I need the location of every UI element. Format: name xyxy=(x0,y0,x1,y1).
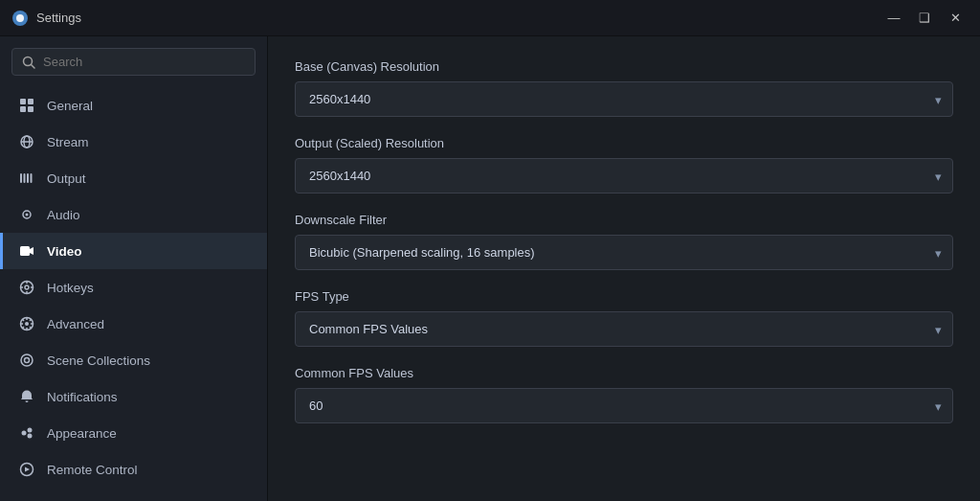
window-title: Settings xyxy=(36,11,81,25)
window-controls: — ❑ ✕ xyxy=(880,8,969,29)
svg-rect-14 xyxy=(31,173,33,183)
svg-point-37 xyxy=(22,431,27,436)
close-button[interactable]: ✕ xyxy=(942,8,969,29)
svg-line-34 xyxy=(22,327,24,329)
sidebar-item-label: Remote Control xyxy=(47,463,138,477)
bell-icon xyxy=(18,388,35,405)
sidebar-item-advanced[interactable]: Advanced xyxy=(0,306,267,342)
select-fps-type[interactable]: Common FPS ValuesInteger FPS ValueFracti… xyxy=(295,311,953,347)
select-wrapper-downscale-filter: Bicubic (Sharpened scaling, 16 samples)B… xyxy=(295,235,953,270)
content-area: Base (Canvas) Resolution2560x14401920x10… xyxy=(268,36,980,501)
search-input[interactable] xyxy=(43,55,245,69)
sidebar-item-video[interactable]: Video xyxy=(0,233,267,269)
appearance-icon xyxy=(18,424,35,442)
sidebar-item-label: Audio xyxy=(47,208,80,222)
search-icon xyxy=(22,56,35,69)
svg-rect-17 xyxy=(20,246,30,256)
advanced-icon xyxy=(18,315,35,332)
field-label-output-resolution: Output (Scaled) Resolution xyxy=(295,136,953,150)
field-group-output-resolution: Output (Scaled) Resolution2560x14401920x… xyxy=(295,136,953,194)
sidebar-item-hotkeys[interactable]: Hotkeys xyxy=(0,269,267,306)
svg-point-35 xyxy=(21,354,33,366)
output-icon xyxy=(18,170,35,187)
sidebar-item-audio[interactable]: Audio xyxy=(0,196,267,233)
remote-icon xyxy=(18,461,35,478)
gear-icon xyxy=(18,279,35,296)
field-group-base-resolution: Base (Canvas) Resolution2560x14401920x10… xyxy=(295,59,953,117)
field-group-fps-type: FPS TypeCommon FPS ValuesInteger FPS Val… xyxy=(295,289,953,347)
svg-point-20 xyxy=(25,285,29,289)
sidebar-item-general[interactable]: General xyxy=(0,87,267,124)
select-common-fps[interactable]: 242529.9730485059.9460 xyxy=(295,388,953,423)
select-wrapper-base-resolution: 2560x14401920x10801280x7203840x2160▾ xyxy=(295,81,953,117)
svg-point-26 xyxy=(25,322,29,326)
svg-point-38 xyxy=(28,428,33,433)
field-label-base-resolution: Base (Canvas) Resolution xyxy=(295,59,953,74)
select-wrapper-fps-type: Common FPS ValuesInteger FPS ValueFracti… xyxy=(295,311,953,347)
svg-rect-7 xyxy=(28,106,33,112)
svg-line-3 xyxy=(32,64,35,68)
main-layout: General Stream Output Audio Video Hotkey… xyxy=(0,36,980,501)
field-label-common-fps: Common FPS Values xyxy=(295,366,953,380)
select-downscale-filter[interactable]: Bicubic (Sharpened scaling, 16 samples)B… xyxy=(295,235,953,270)
sidebar-item-label: General xyxy=(47,99,93,113)
sidebar-item-label: Notifications xyxy=(47,390,118,404)
sidebar-item-label: Video xyxy=(47,244,82,259)
fields-container: Base (Canvas) Resolution2560x14401920x10… xyxy=(295,59,953,423)
svg-point-39 xyxy=(28,434,33,439)
svg-marker-18 xyxy=(30,247,33,255)
title-bar-left: Settings xyxy=(11,10,81,27)
scene-icon xyxy=(18,352,35,369)
svg-rect-4 xyxy=(20,99,26,104)
sidebar-item-scene-collections[interactable]: Scene Collections xyxy=(0,342,267,378)
field-group-common-fps: Common FPS Values242529.9730485059.9460▾ xyxy=(295,366,953,423)
svg-rect-6 xyxy=(20,106,26,112)
sidebar-item-label: Advanced xyxy=(47,317,104,331)
maximize-button[interactable]: ❑ xyxy=(911,8,938,29)
sidebar-item-output[interactable]: Output xyxy=(0,160,267,196)
minimize-button[interactable]: — xyxy=(880,8,907,29)
select-wrapper-common-fps: 242529.9730485059.9460▾ xyxy=(295,388,953,423)
sidebar-item-label: Output xyxy=(47,171,86,186)
nav-list: General Stream Output Audio Video Hotkey… xyxy=(0,87,267,488)
svg-point-1 xyxy=(16,14,24,22)
sidebar-item-label: Appearance xyxy=(47,426,117,441)
sidebar-item-stream[interactable]: Stream xyxy=(0,124,267,160)
field-group-downscale-filter: Downscale FilterBicubic (Sharpened scali… xyxy=(295,213,953,270)
svg-rect-5 xyxy=(28,99,33,104)
sidebar-item-appearance[interactable]: Appearance xyxy=(0,415,267,451)
app-icon xyxy=(11,10,29,27)
select-base-resolution[interactable]: 2560x14401920x10801280x7203840x2160 xyxy=(295,81,953,117)
svg-rect-12 xyxy=(24,173,26,183)
video-icon xyxy=(18,242,35,260)
svg-rect-13 xyxy=(27,173,29,183)
sidebar-item-label: Hotkeys xyxy=(47,281,94,295)
sidebar-item-label: Scene Collections xyxy=(47,353,150,368)
select-output-resolution[interactable]: 2560x14401920x10801280x7203840x2160 xyxy=(295,158,953,194)
svg-rect-11 xyxy=(20,173,22,183)
field-label-downscale-filter: Downscale Filter xyxy=(295,213,953,227)
speaker-icon xyxy=(18,206,35,223)
sidebar-item-label: Stream xyxy=(47,135,89,149)
svg-point-16 xyxy=(26,214,29,216)
select-wrapper-output-resolution: 2560x14401920x10801280x7203840x2160▾ xyxy=(295,158,953,194)
svg-line-33 xyxy=(30,319,32,321)
field-label-fps-type: FPS Type xyxy=(295,289,953,304)
grid-icon xyxy=(18,97,35,114)
svg-line-32 xyxy=(30,327,32,329)
sidebar-item-notifications[interactable]: Notifications xyxy=(0,378,267,415)
svg-point-36 xyxy=(25,358,30,363)
svg-line-31 xyxy=(22,319,24,321)
search-box[interactable] xyxy=(11,48,256,76)
sidebar: General Stream Output Audio Video Hotkey… xyxy=(0,36,268,501)
globe-icon xyxy=(18,133,35,150)
svg-marker-41 xyxy=(25,467,30,472)
title-bar: Settings — ❑ ✕ xyxy=(0,0,980,36)
sidebar-item-remote-control[interactable]: Remote Control xyxy=(0,451,267,488)
